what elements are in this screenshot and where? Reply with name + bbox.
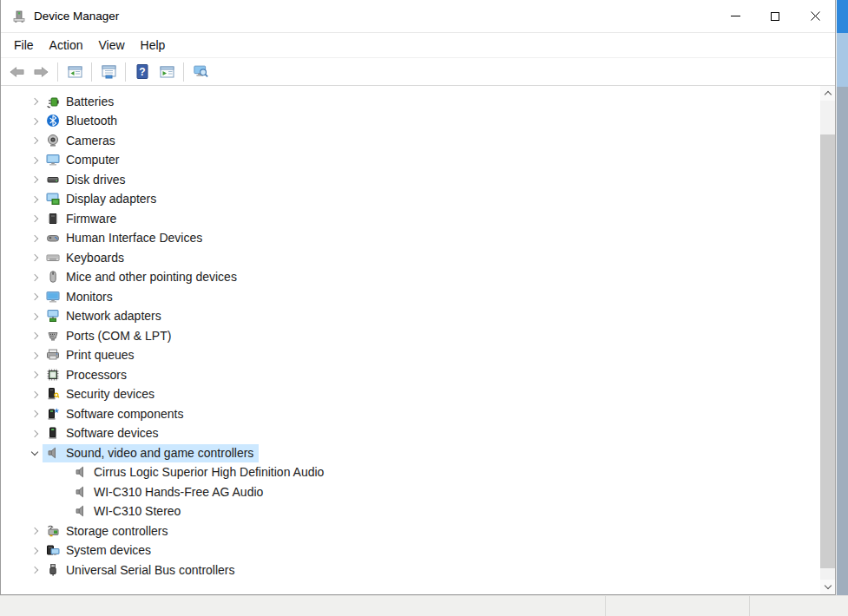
tree-child-item-cirrus-logic-superior-high-definition-audio[interactable]: Cirrus Logic Superior High Definition Au… [1, 463, 820, 483]
back-button[interactable] [5, 61, 28, 83]
tree-item-software-components[interactable]: Software components [1, 404, 820, 424]
chevron-right-icon[interactable] [27, 314, 43, 319]
tree-item-label: Disk drives [66, 173, 125, 187]
status-segment [750, 596, 848, 616]
tree-item-content[interactable]: Software devices [43, 424, 164, 442]
tree-item-security-devices[interactable]: Security devices [1, 385, 820, 405]
show-console-tree-button[interactable] [63, 61, 86, 83]
tree-item-content[interactable]: Human Interface Devices [43, 229, 207, 247]
tree-item-content[interactable]: WI-C310 Stereo [70, 502, 186, 521]
tree-item-human-interface-devices[interactable]: Human Interface Devices [1, 229, 820, 249]
chevron-right-icon[interactable] [27, 528, 43, 534]
chevron-right-icon[interactable] [27, 431, 43, 436]
scrollbar-track[interactable] [820, 101, 835, 580]
tree-item-content[interactable]: Batteries [43, 93, 119, 111]
scroll-up-button[interactable] [820, 86, 835, 101]
tree-item-content[interactable]: Firmware [43, 210, 122, 228]
chevron-down-icon[interactable] [27, 452, 43, 455]
selected-tree-item-content[interactable]: Sound, video and game controllers [43, 444, 259, 462]
tree-item-network-adapters[interactable]: Network adapters [1, 307, 820, 327]
close-button[interactable] [795, 0, 835, 32]
scan-for-hardware-changes-button[interactable] [189, 61, 212, 83]
chevron-right-icon[interactable] [27, 177, 43, 182]
help-button[interactable]: ? [131, 61, 154, 83]
tree-item-disk-drives[interactable]: Disk drives [1, 170, 820, 190]
tree-item-software-devices[interactable]: Software devices [1, 424, 820, 444]
scan-hardware-icon [194, 65, 208, 79]
chevron-right-icon[interactable] [27, 372, 43, 377]
tree-item-content[interactable]: Computer [43, 151, 124, 169]
chevron-right-icon[interactable] [27, 333, 43, 338]
minimize-button[interactable] [715, 0, 755, 32]
chevron-right-icon[interactable] [27, 99, 43, 104]
chevron-right-icon[interactable] [27, 236, 43, 241]
system-device-icon [45, 543, 60, 557]
storage-controller-icon [45, 524, 60, 538]
tree-item-batteries[interactable]: Batteries [1, 92, 820, 112]
tree-item-content[interactable]: System devices [43, 541, 156, 560]
tree-item-firmware[interactable]: Firmware [1, 209, 820, 229]
show-action-pane-button[interactable] [155, 61, 178, 83]
chevron-right-icon[interactable] [27, 119, 43, 124]
tree-item-system-devices[interactable]: System devices [1, 541, 820, 561]
tree-item-ports-com-lpt[interactable]: Ports (COM & LPT) [1, 326, 820, 346]
maximize-button[interactable] [755, 0, 795, 32]
tree-item-universal-serial-bus-controllers[interactable]: Universal Serial Bus controllers [1, 560, 820, 580]
tree-item-content[interactable]: Display adapters [43, 190, 161, 208]
tree-item-content[interactable]: Mice and other pointing devices [43, 268, 242, 286]
tree-item-content[interactable]: Universal Serial Bus controllers [43, 561, 240, 580]
tree-item-display-adapters[interactable]: Display adapters [1, 190, 820, 210]
tree-item-keyboards[interactable]: Keyboards [1, 248, 820, 268]
tree-item-content[interactable]: Cameras [43, 132, 121, 150]
scroll-down-button[interactable] [820, 580, 835, 594]
tree-item-content[interactable]: Print queues [43, 346, 140, 364]
tree-item-content[interactable]: Keyboards [43, 249, 129, 267]
menu-file[interactable]: File [6, 35, 42, 56]
tree-item-content[interactable]: Processors [43, 366, 132, 384]
tree-item-content[interactable]: Ports (COM & LPT) [43, 327, 176, 345]
chevron-right-icon[interactable] [27, 567, 43, 573]
menu-action[interactable]: Action [42, 35, 91, 56]
vertical-scrollbar[interactable] [820, 86, 835, 594]
tree-child-item-wi-c310-stereo[interactable]: WI-C310 Stereo [1, 502, 820, 522]
tree-item-content[interactable]: Security devices [43, 385, 160, 403]
tree-child-item-wi-c310-hands-free-ag-audio[interactable]: WI-C310 Hands-Free AG Audio [1, 482, 820, 502]
forward-button[interactable] [30, 61, 52, 83]
menu-view[interactable]: View [90, 35, 132, 56]
tree-item-storage-controllers[interactable]: Storage controllers [1, 521, 820, 541]
properties-button[interactable] [97, 61, 120, 83]
chevron-right-icon[interactable] [27, 255, 43, 260]
chevron-right-icon[interactable] [27, 294, 43, 299]
chevron-right-icon[interactable] [27, 197, 43, 202]
menu-help[interactable]: Help [133, 35, 174, 56]
tree-item-computer[interactable]: Computer [1, 151, 820, 171]
tree-item-cameras[interactable]: Cameras [1, 131, 820, 151]
tree-item-label: Keyboards [66, 251, 124, 265]
scrollbar-thumb[interactable] [820, 134, 835, 568]
tree-item-processors[interactable]: Processors [1, 365, 820, 385]
chevron-right-icon[interactable] [27, 411, 43, 416]
mouse-icon [45, 270, 60, 284]
tree-item-content[interactable]: Bluetooth [43, 112, 122, 130]
battery-icon [45, 95, 60, 108]
tree-item-content[interactable]: WI-C310 Hands-Free AG Audio [70, 483, 268, 501]
tree-item-content[interactable]: Software components [43, 405, 188, 423]
tree-item-sound-video-and-game-controllers[interactable]: Sound, video and game controllers [1, 443, 820, 463]
tree-item-content[interactable]: Storage controllers [43, 522, 174, 541]
toolbar-separator [125, 62, 126, 82]
chevron-right-icon[interactable] [27, 216, 43, 221]
chevron-right-icon[interactable] [27, 392, 43, 397]
chevron-right-icon[interactable] [27, 138, 43, 143]
tree-item-bluetooth[interactable]: Bluetooth [1, 112, 820, 132]
tree-item-content[interactable]: Cirrus Logic Superior High Definition Au… [70, 463, 329, 482]
chevron-right-icon[interactable] [27, 158, 43, 163]
chevron-right-icon[interactable] [27, 275, 43, 280]
tree-item-content[interactable]: Monitors [43, 288, 118, 306]
tree-item-monitors[interactable]: Monitors [1, 287, 820, 307]
chevron-right-icon[interactable] [27, 353, 43, 358]
tree-item-print-queues[interactable]: Print queues [1, 346, 820, 366]
chevron-right-icon[interactable] [27, 548, 43, 554]
tree-item-mice-and-other-pointing-devices[interactable]: Mice and other pointing devices [1, 268, 820, 288]
tree-item-content[interactable]: Disk drives [43, 171, 130, 189]
tree-item-content[interactable]: Network adapters [43, 307, 167, 325]
